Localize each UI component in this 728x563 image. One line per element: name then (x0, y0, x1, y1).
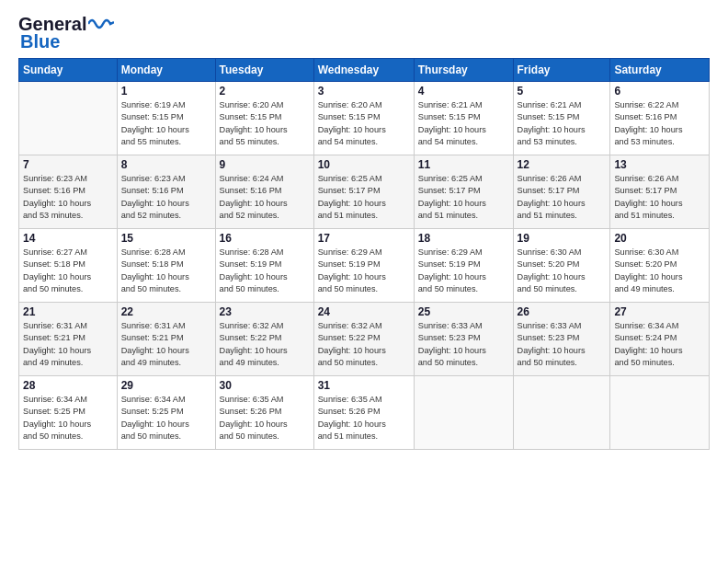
day-header-monday: Monday (117, 59, 215, 82)
calendar-cell: 24Sunrise: 6:32 AMSunset: 5:22 PMDayligh… (313, 303, 414, 376)
day-info: Sunrise: 6:34 AMSunset: 5:24 PMDaylight:… (614, 320, 705, 369)
calendar-cell: 11Sunrise: 6:25 AMSunset: 5:17 PMDayligh… (414, 155, 513, 229)
day-number: 7 (23, 158, 113, 171)
calendar-cell: 15Sunrise: 6:28 AMSunset: 5:18 PMDayligh… (117, 229, 215, 303)
day-number: 30 (220, 379, 310, 392)
calendar-week-row: 28Sunrise: 6:34 AMSunset: 5:25 PMDayligh… (19, 376, 710, 450)
calendar-cell (610, 376, 710, 450)
calendar-cell: 31Sunrise: 6:35 AMSunset: 5:26 PMDayligh… (313, 376, 414, 450)
calendar-header-row: SundayMondayTuesdayWednesdayThursdayFrid… (19, 59, 710, 82)
calendar-cell: 30Sunrise: 6:35 AMSunset: 5:26 PMDayligh… (215, 376, 313, 450)
calendar-week-row: 1Sunrise: 6:19 AMSunset: 5:15 PMDaylight… (19, 82, 710, 155)
day-number: 1 (121, 85, 211, 98)
day-info: Sunrise: 6:21 AMSunset: 5:15 PMDaylight:… (418, 99, 509, 148)
calendar-cell: 14Sunrise: 6:27 AMSunset: 5:18 PMDayligh… (19, 229, 118, 303)
calendar-cell: 19Sunrise: 6:30 AMSunset: 5:20 PMDayligh… (513, 229, 610, 303)
calendar-cell: 22Sunrise: 6:31 AMSunset: 5:21 PMDayligh… (117, 303, 215, 376)
day-info: Sunrise: 6:27 AMSunset: 5:18 PMDaylight:… (23, 247, 113, 295)
day-number: 18 (418, 232, 509, 245)
day-number: 12 (518, 158, 607, 171)
day-info: Sunrise: 6:25 AMSunset: 5:17 PMDaylight:… (318, 173, 410, 222)
calendar-cell: 16Sunrise: 6:28 AMSunset: 5:19 PMDayligh… (215, 229, 313, 303)
calendar-cell: 28Sunrise: 6:34 AMSunset: 5:25 PMDayligh… (19, 376, 118, 450)
calendar-cell: 1Sunrise: 6:19 AMSunset: 5:15 PMDaylight… (117, 82, 215, 155)
calendar-cell (19, 82, 118, 155)
calendar-table: SundayMondayTuesdayWednesdayThursdayFrid… (18, 58, 710, 450)
day-number: 27 (614, 305, 705, 318)
calendar-cell: 17Sunrise: 6:29 AMSunset: 5:19 PMDayligh… (313, 229, 414, 303)
calendar-cell: 13Sunrise: 6:26 AMSunset: 5:17 PMDayligh… (610, 155, 710, 229)
day-header-saturday: Saturday (610, 59, 710, 82)
day-info: Sunrise: 6:32 AMSunset: 5:22 PMDaylight:… (220, 320, 310, 369)
day-number: 15 (121, 232, 211, 245)
day-info: Sunrise: 6:31 AMSunset: 5:21 PMDaylight:… (23, 320, 113, 369)
calendar-cell: 23Sunrise: 6:32 AMSunset: 5:22 PMDayligh… (215, 303, 313, 376)
calendar-cell: 4Sunrise: 6:21 AMSunset: 5:15 PMDaylight… (414, 82, 513, 155)
day-header-thursday: Thursday (414, 59, 513, 82)
day-number: 11 (418, 158, 509, 171)
day-info: Sunrise: 6:25 AMSunset: 5:17 PMDaylight:… (418, 173, 509, 222)
calendar-cell: 8Sunrise: 6:23 AMSunset: 5:16 PMDaylight… (117, 155, 215, 229)
day-number: 4 (418, 85, 509, 98)
day-number: 6 (614, 85, 705, 98)
day-number: 29 (121, 379, 211, 392)
calendar-cell: 10Sunrise: 6:25 AMSunset: 5:17 PMDayligh… (313, 155, 414, 229)
day-header-friday: Friday (513, 59, 610, 82)
calendar-week-row: 21Sunrise: 6:31 AMSunset: 5:21 PMDayligh… (19, 303, 710, 376)
calendar-cell: 7Sunrise: 6:23 AMSunset: 5:16 PMDaylight… (19, 155, 118, 229)
calendar-cell: 3Sunrise: 6:20 AMSunset: 5:15 PMDaylight… (313, 82, 414, 155)
day-number: 23 (220, 305, 310, 318)
day-info: Sunrise: 6:30 AMSunset: 5:20 PMDaylight:… (614, 247, 705, 295)
day-info: Sunrise: 6:35 AMSunset: 5:26 PMDaylight:… (220, 394, 310, 442)
day-info: Sunrise: 6:28 AMSunset: 5:19 PMDaylight:… (220, 247, 310, 295)
calendar-cell (513, 376, 610, 450)
day-number: 21 (23, 305, 113, 318)
day-number: 2 (220, 85, 310, 98)
day-info: Sunrise: 6:33 AMSunset: 5:23 PMDaylight:… (518, 320, 607, 369)
day-info: Sunrise: 6:23 AMSunset: 5:16 PMDaylight:… (121, 173, 211, 222)
day-number: 20 (614, 232, 705, 245)
day-number: 19 (518, 232, 607, 245)
day-info: Sunrise: 6:24 AMSunset: 5:16 PMDaylight:… (220, 173, 310, 222)
day-number: 8 (121, 158, 211, 171)
day-number: 17 (318, 232, 410, 245)
day-number: 24 (318, 305, 410, 318)
day-number: 5 (518, 85, 607, 98)
day-info: Sunrise: 6:20 AMSunset: 5:15 PMDaylight:… (318, 99, 410, 148)
calendar-cell: 2Sunrise: 6:20 AMSunset: 5:15 PMDaylight… (215, 82, 313, 155)
calendar-cell: 5Sunrise: 6:21 AMSunset: 5:15 PMDaylight… (513, 82, 610, 155)
calendar-cell: 12Sunrise: 6:26 AMSunset: 5:17 PMDayligh… (513, 155, 610, 229)
day-number: 14 (23, 232, 113, 245)
day-info: Sunrise: 6:22 AMSunset: 5:16 PMDaylight:… (614, 99, 705, 148)
calendar-cell: 29Sunrise: 6:34 AMSunset: 5:25 PMDayligh… (117, 376, 215, 450)
day-info: Sunrise: 6:31 AMSunset: 5:21 PMDaylight:… (121, 320, 211, 369)
day-number: 3 (318, 85, 410, 98)
header: General Blue (18, 15, 710, 52)
calendar-cell: 21Sunrise: 6:31 AMSunset: 5:21 PMDayligh… (19, 303, 118, 376)
day-info: Sunrise: 6:34 AMSunset: 5:25 PMDaylight:… (121, 394, 211, 442)
day-info: Sunrise: 6:28 AMSunset: 5:18 PMDaylight:… (121, 247, 211, 295)
day-number: 10 (318, 158, 410, 171)
day-info: Sunrise: 6:26 AMSunset: 5:17 PMDaylight:… (518, 173, 607, 222)
day-number: 13 (614, 158, 705, 171)
day-number: 9 (220, 158, 310, 171)
day-info: Sunrise: 6:29 AMSunset: 5:19 PMDaylight:… (318, 247, 410, 295)
day-info: Sunrise: 6:30 AMSunset: 5:20 PMDaylight:… (518, 247, 607, 295)
day-info: Sunrise: 6:19 AMSunset: 5:15 PMDaylight:… (121, 99, 211, 148)
calendar-cell: 25Sunrise: 6:33 AMSunset: 5:23 PMDayligh… (414, 303, 513, 376)
day-header-sunday: Sunday (19, 59, 118, 82)
day-header-wednesday: Wednesday (313, 59, 414, 82)
day-info: Sunrise: 6:34 AMSunset: 5:25 PMDaylight:… (23, 394, 113, 442)
logo-text: General (18, 15, 86, 33)
day-number: 25 (418, 305, 509, 318)
day-header-tuesday: Tuesday (215, 59, 313, 82)
calendar-cell: 18Sunrise: 6:29 AMSunset: 5:19 PMDayligh… (414, 229, 513, 303)
day-number: 16 (220, 232, 310, 245)
day-number: 28 (23, 379, 113, 392)
calendar-cell: 27Sunrise: 6:34 AMSunset: 5:24 PMDayligh… (610, 303, 710, 376)
day-info: Sunrise: 6:32 AMSunset: 5:22 PMDaylight:… (318, 320, 410, 369)
logo-wave-icon (88, 17, 114, 31)
day-number: 26 (518, 305, 607, 318)
calendar-cell: 6Sunrise: 6:22 AMSunset: 5:16 PMDaylight… (610, 82, 710, 155)
calendar-cell: 20Sunrise: 6:30 AMSunset: 5:20 PMDayligh… (610, 229, 710, 303)
